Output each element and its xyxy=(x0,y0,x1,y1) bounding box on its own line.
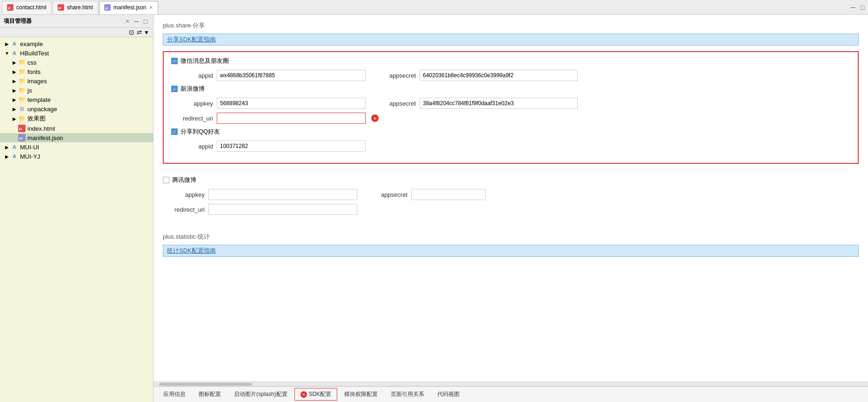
weibo-appkey-input[interactable] xyxy=(217,98,366,109)
tree-item-mui-ui[interactable]: ▶ A MUI-UI xyxy=(0,142,153,152)
tree-icon-js: 📁 xyxy=(18,87,26,94)
bottom-tab-sdk-config[interactable]: ✕ SDK配置 xyxy=(294,388,338,401)
weibo-redirect-label: redirect_uri xyxy=(171,115,213,122)
wechat-appid-label: appid xyxy=(171,72,213,79)
tencent-redirect-input[interactable] xyxy=(208,204,357,215)
sidebar-dropdown-icon[interactable]: ▼ xyxy=(144,29,149,36)
sidebar-swap-icon[interactable]: ⇄ xyxy=(137,29,142,36)
json-file-icon: JS xyxy=(104,4,111,11)
sidebar-header: 项目管理器 ✕ ─ □ xyxy=(0,15,153,28)
tree-label-images: images xyxy=(27,78,47,85)
tree-arrow-fonts: ▶ xyxy=(11,69,18,74)
sidebar-sync-icon[interactable]: ⊡ xyxy=(129,29,134,36)
tree-icon-images: 📁 xyxy=(18,77,26,85)
sidebar-tree: ▶ A example ▼ A HBuildTest ▶ 📁 css ▶ xyxy=(0,37,153,402)
svg-text:H: H xyxy=(8,7,10,10)
sidebar-toolbar: ⊡ ⇄ ▼ xyxy=(0,28,153,37)
wechat-label: 微信消息及朋友圈 xyxy=(180,57,229,65)
weibo-label: 新浪微博 xyxy=(180,85,205,93)
weibo-appsecret-input[interactable] xyxy=(420,98,578,109)
tencent-redirect-row: redirect_uri xyxy=(163,204,859,215)
tab-close-icon[interactable]: ✕ xyxy=(149,5,153,11)
sidebar-close-icon[interactable]: ✕ xyxy=(125,18,130,25)
tencent-weibo-section: 腾讯微博 appkey appsecret redirect_uri xyxy=(163,171,859,223)
hscroll-thumb[interactable] xyxy=(159,383,252,386)
tree-item-template[interactable]: ▶ 📁 template xyxy=(0,95,153,104)
weibo-redirect-input[interactable] xyxy=(217,113,366,124)
tab-manifest-label: manifest.json xyxy=(114,4,147,11)
wechat-appid-row: appid appsecret xyxy=(171,70,850,81)
tab-manifest[interactable]: JS manifest.json ✕ xyxy=(99,1,159,14)
tencent-appkey-input[interactable] xyxy=(208,189,357,200)
tencent-weibo-checkbox[interactable] xyxy=(163,177,169,183)
tree-label-fonts: fonts xyxy=(27,68,40,75)
weibo-appkey-row: appkey appsecret xyxy=(171,98,850,109)
qq-appid-label: appid xyxy=(171,143,213,150)
tree-item-hbuildtest[interactable]: ▼ A HBuildTest xyxy=(0,48,153,58)
sdk-guide-link[interactable]: 分享SDK配置指南 xyxy=(163,34,859,46)
tree-item-js[interactable]: ▶ 📁 js xyxy=(0,86,153,95)
horizontal-scrollbar[interactable] xyxy=(154,382,868,386)
wechat-row: ✓ 微信消息及朋友圈 xyxy=(171,57,850,65)
tree-arrow-hbuildtest: ▼ xyxy=(4,51,10,56)
qq-row: ✓ 分享到QQ好友 xyxy=(171,127,850,136)
tencent-redirect-label: redirect_uri xyxy=(163,206,205,213)
tencent-appkey-label: appkey xyxy=(163,191,205,198)
qq-appid-input[interactable] xyxy=(217,141,366,152)
qq-label: 分享到QQ好友 xyxy=(180,127,220,136)
tree-item-images[interactable]: ▶ 📁 images xyxy=(0,76,153,86)
tree-item-example[interactable]: ▶ A example xyxy=(0,39,153,48)
tree-label-index-html: index.html xyxy=(27,125,55,132)
tab-share[interactable]: H share.html xyxy=(53,1,98,14)
tree-icon-mui-ui: A xyxy=(10,143,19,151)
tree-label-example: example xyxy=(20,40,43,47)
sidebar-controls: ─ □ xyxy=(133,18,149,25)
sidebar-min-icon[interactable]: ─ xyxy=(133,18,140,25)
bottom-tab-page-ref[interactable]: 页面引用关系 xyxy=(385,388,430,401)
bottom-tab-code-view[interactable]: 代码视图 xyxy=(431,388,466,401)
tree-item-unpackage[interactable]: ▶ ⊞ unpackage xyxy=(0,104,153,114)
tencent-appsecret-input[interactable] xyxy=(411,189,486,200)
tree-item-index-html[interactable]: H index.html xyxy=(0,124,153,133)
section2-guide-link[interactable]: 统计SDK配置指南 xyxy=(163,245,859,257)
main-layout: 项目管理器 ✕ ─ □ ⊡ ⇄ ▼ ▶ A example ▼ A xyxy=(0,15,868,402)
section1-header: plus.share-分享 xyxy=(163,21,859,30)
tree-item-manifest-json[interactable]: JS manifest.json xyxy=(0,133,153,142)
tree-label-hbuildtest: HBuildTest xyxy=(20,50,49,57)
tree-arrow-template: ▶ xyxy=(11,97,18,102)
tree-icon-hbuildtest: A xyxy=(10,49,19,57)
sidebar-max-icon[interactable]: □ xyxy=(142,18,149,25)
minimize-button[interactable]: ─ xyxy=(849,4,857,11)
weibo-row: ✓ 新浪微博 xyxy=(171,85,850,93)
tree-item-css[interactable]: ▶ 📁 css xyxy=(0,58,153,67)
tree-item-fonts[interactable]: ▶ 📁 fonts xyxy=(0,67,153,76)
wechat-checkbox[interactable]: ✓ xyxy=(171,58,178,64)
tree-item-xiaoguotu[interactable]: ▶ 📁 效果图 xyxy=(0,114,153,124)
html-file-icon2: H xyxy=(58,4,64,11)
weibo-checkbox[interactable]: ✓ xyxy=(171,86,178,92)
tencent-appsecret-label: appsecret xyxy=(370,191,407,198)
tab-contact-label: contact.html xyxy=(16,4,47,11)
bottom-tab-module-auth-label: 模块权限配置 xyxy=(344,390,378,398)
tree-arrow-css: ▶ xyxy=(11,60,18,65)
bottom-tab-module-auth[interactable]: 模块权限配置 xyxy=(338,388,384,401)
wechat-appsecret-input[interactable] xyxy=(420,70,578,81)
tree-arrow-unpackage: ▶ xyxy=(11,107,18,112)
tab-contact[interactable]: H contact.html xyxy=(2,1,52,14)
tree-item-mui-yj[interactable]: ▶ A MUI-YJ xyxy=(0,152,153,161)
share-config-box: ✓ 微信消息及朋友圈 appid appsecret ✓ 新浪微博 appkey xyxy=(163,51,859,164)
bottom-tab-page-ref-label: 页面引用关系 xyxy=(391,390,424,398)
tree-arrow-example: ▶ xyxy=(4,41,10,47)
content-scroll[interactable]: plus.share-分享 分享SDK配置指南 ✓ 微信消息及朋友圈 appid… xyxy=(154,15,868,382)
bottom-tab-splash-config[interactable]: 启动图片(splash)配置 xyxy=(228,388,294,401)
bottom-tab-app-info[interactable]: 应用信息 xyxy=(157,388,192,401)
wechat-appid-input[interactable] xyxy=(217,70,366,81)
tencent-weibo-row: 腾讯微博 xyxy=(163,176,859,184)
tree-label-template: template xyxy=(27,96,51,103)
bottom-tab-app-info-label: 应用信息 xyxy=(163,390,186,398)
maximize-button[interactable]: □ xyxy=(859,4,866,11)
tree-label-manifest-json: manifest.json xyxy=(27,134,63,141)
qq-appid-row: appid xyxy=(171,141,850,152)
qq-checkbox[interactable]: ✓ xyxy=(171,128,178,135)
bottom-tab-icon-config[interactable]: 图标配置 xyxy=(193,388,227,401)
